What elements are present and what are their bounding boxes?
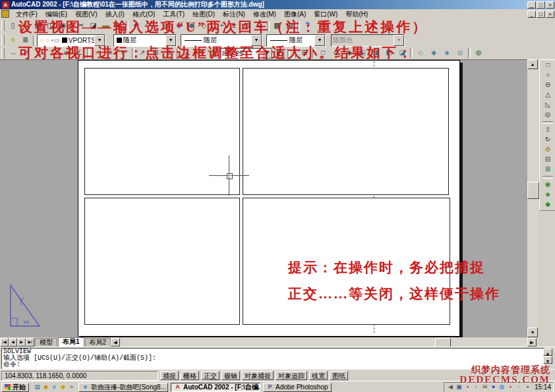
- solids-toolbar: □○⊖△◺◎⇧↻⊘⊟⊞◉◈◆: [539, 59, 555, 211]
- materials-icon[interactable]: ◆: [541, 200, 554, 210]
- render-icon[interactable]: ◍: [472, 48, 485, 58]
- wedge-icon[interactable]: ◺: [541, 100, 554, 110]
- layers-icon[interactable]: ≣: [19, 34, 32, 45]
- layer-plot-icon[interactable]: ▭: [54, 37, 60, 43]
- torus-icon[interactable]: ◎: [541, 110, 554, 120]
- task-photoshop-window[interactable]: P Adobe Photoshop: [263, 383, 332, 392]
- tab-layout2[interactable]: 布局2: [85, 338, 111, 347]
- document-icon: [1, 10, 9, 18]
- diamond-view2-icon[interactable]: ◆: [427, 48, 440, 58]
- watermark-line-1: 织梦内容管理系统: [460, 366, 550, 375]
- chevron-down-icon[interactable]: ▼: [94, 35, 105, 46]
- sphere-icon[interactable]: ○: [541, 70, 554, 80]
- messenger-icon[interactable]: ◉: [59, 383, 67, 391]
- ortho-toggle[interactable]: 正交: [201, 371, 219, 380]
- render-small-icon[interactable]: ◉: [541, 180, 554, 190]
- quick-launch: ▤◆e◉»: [33, 383, 76, 391]
- tab-prev-button[interactable]: ◀: [9, 338, 17, 347]
- cone-icon[interactable]: △: [541, 90, 554, 100]
- lineweight-toggle[interactable]: 线宽: [309, 371, 328, 380]
- diamond-view-icon[interactable]: ◇: [414, 48, 427, 58]
- snap-toggle[interactable]: 捕捉: [160, 371, 179, 380]
- revolve-icon[interactable]: ↻: [541, 135, 554, 145]
- menu-insert[interactable]: 插入(I): [101, 10, 128, 18]
- hide-small-icon[interactable]: ◈: [541, 190, 554, 200]
- interference-icon[interactable]: ⊞: [541, 165, 554, 175]
- polar-toggle[interactable]: 极轴: [221, 371, 240, 380]
- new-file-icon[interactable]: ▯: [7, 20, 19, 31]
- toolbar-separator: [542, 176, 553, 179]
- sphere-view-icon[interactable]: ◎: [453, 48, 467, 58]
- tab-layout1[interactable]: 布局1: [58, 337, 84, 347]
- internet-explorer-icon[interactable]: e: [50, 383, 59, 391]
- chevron-down-icon[interactable]: ▼: [394, 35, 404, 46]
- section-icon[interactable]: ⊟: [541, 155, 554, 165]
- tab-last-button[interactable]: ▶|: [26, 338, 34, 347]
- menu-draw[interactable]: 绘图(D): [189, 10, 219, 18]
- layer-on-icon[interactable]: ☼: [39, 37, 44, 43]
- windows-logo-icon: [5, 384, 11, 390]
- menu-window[interactable]: 窗口(W): [310, 10, 341, 18]
- tab-next-button[interactable]: ▶: [17, 338, 26, 347]
- doc-minimize-button[interactable]: _: [527, 11, 536, 18]
- scroll-left-icon[interactable]: ◀: [111, 338, 120, 347]
- task-song-window[interactable]: e 歌曲连播-歌曲吧(Song8...: [78, 383, 168, 392]
- osnap-toggle[interactable]: 对象捕捉: [242, 371, 274, 380]
- volume-icon[interactable]: ◀: [446, 383, 455, 391]
- scroll-down-icon[interactable]: ▼: [527, 327, 538, 337]
- tab-first-button[interactable]: |◀: [0, 338, 9, 347]
- viewport-top-right[interactable]: [243, 68, 449, 195]
- start-button[interactable]: 开始: [1, 383, 29, 392]
- menu-tools[interactable]: 工具(T): [159, 10, 189, 18]
- menu-view[interactable]: 视图(V): [71, 10, 101, 18]
- viewport-top-left[interactable]: [84, 68, 240, 195]
- doc-close-button[interactable]: ×: [546, 11, 554, 18]
- chevron-down-icon[interactable]: ▼: [251, 35, 262, 46]
- command-scroll-up-icon[interactable]: ▲: [543, 349, 552, 356]
- menu-edit[interactable]: 编辑(E): [42, 10, 71, 18]
- toolbar-grip[interactable]: [1, 20, 5, 31]
- viewport-bottom-left[interactable]: [84, 198, 240, 325]
- toolbar-grip[interactable]: [1, 35, 5, 45]
- chevron-down-icon[interactable]: ▼: [165, 35, 176, 46]
- media-player-icon[interactable]: ◆: [42, 383, 50, 391]
- menu-file[interactable]: 文件(F): [12, 10, 42, 18]
- paper-model-toggle[interactable]: 图纸: [330, 371, 348, 380]
- doc-restore-button[interactable]: □: [537, 11, 545, 18]
- otrack-toggle[interactable]: 对象追踪: [276, 371, 307, 380]
- menu-format[interactable]: 格式(O): [129, 10, 159, 18]
- cylinder-icon[interactable]: ⊖: [541, 80, 554, 90]
- menu-image[interactable]: 图像(A): [280, 10, 310, 18]
- tab-model[interactable]: 模型: [35, 338, 57, 347]
- task-autocad-window[interactable]: A AutoCAD 2002 - [F:\自编...: [171, 383, 260, 392]
- close-button[interactable]: ×: [546, 1, 554, 9]
- box-icon[interactable]: □: [541, 61, 554, 70]
- annotation-line-2: 可对各视口进行：点击边框调整至合适大小。结果如下：: [18, 45, 414, 60]
- vertical-scrollbar[interactable]: ▲ ▼: [527, 59, 538, 337]
- minimize-button[interactable]: _: [527, 1, 536, 9]
- layer-freeze-icon[interactable]: ☼: [45, 37, 50, 43]
- watermark-line-2: DEDECMS.COM: [460, 375, 550, 385]
- diamond-view3-icon[interactable]: ◈: [440, 48, 453, 58]
- menu-dimension[interactable]: 标注(N): [219, 10, 249, 18]
- toolbar-grip[interactable]: [1, 48, 5, 59]
- horizontal-scrollbar[interactable]: ◀ ▶: [111, 338, 538, 347]
- menu-help[interactable]: 帮助(H): [341, 10, 372, 18]
- slice-icon[interactable]: ⊘: [541, 145, 554, 155]
- chevron-down-icon[interactable]: ▼: [314, 35, 325, 46]
- annotation-tip-1: 提示：在操作时，务必把捕捉: [288, 260, 485, 275]
- restore-button[interactable]: □: [537, 1, 545, 9]
- color-dropdown-value: 随层: [123, 36, 165, 45]
- grid-toggle[interactable]: 栅格: [181, 371, 199, 380]
- layer-lock-icon[interactable]: ▪: [51, 37, 53, 43]
- extrude-icon[interactable]: ⇧: [541, 125, 554, 135]
- scroll-up-icon[interactable]: ▲: [527, 59, 538, 69]
- menu-modify[interactable]: 修改(M): [249, 10, 280, 18]
- command-scroll-down-icon[interactable]: ▼: [543, 356, 552, 364]
- vertical-scroll-thumb[interactable]: [527, 182, 539, 199]
- linear-dimension-icon[interactable]: ↔: [7, 48, 20, 58]
- make-layer-current-icon[interactable]: ≡: [7, 34, 19, 45]
- scroll-right-icon[interactable]: ▶: [527, 338, 537, 347]
- show-desktop-icon[interactable]: ▤: [33, 383, 42, 391]
- chevron-icon[interactable]: »: [67, 383, 76, 391]
